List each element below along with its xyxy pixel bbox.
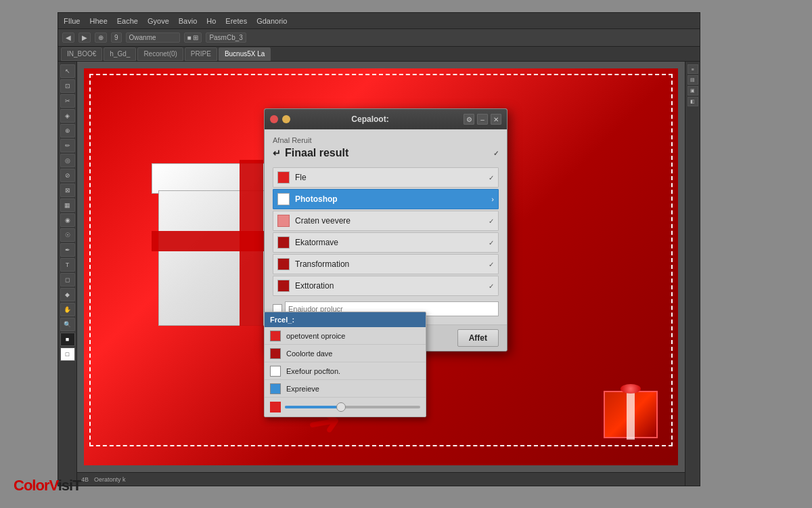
- menu-gdanorio[interactable]: Gdanorio: [256, 17, 287, 25]
- dialog-body: Afnal Reruit ↵ Finaal result ✓ Fle ✓ Pho…: [265, 129, 507, 324]
- exefour-label: Exefour pocfton.: [286, 367, 340, 375]
- tab-1[interactable]: IN_BOO€: [61, 47, 102, 61]
- tool-text[interactable]: T: [60, 258, 75, 272]
- opetovent-label: opetovent oproice: [286, 332, 345, 340]
- apply-button[interactable]: Affet: [457, 329, 499, 347]
- menu-eache[interactable]: Eache: [117, 17, 138, 25]
- craten-check: ✓: [489, 217, 494, 225]
- titlebar-controls: ⚙ – ✕: [464, 114, 501, 125]
- list-item-transformation[interactable]: Transformation ✓: [273, 254, 499, 274]
- tools-panel: ↖ ⊡ ✂ ◈ ⊕ ✏ ◎ ⊘ ⊠ ▦ ◉ ☉ ✒ T ◻ ◆ ✋ 🔍 ■ □: [58, 62, 77, 486]
- dialog-titlebar: Cepaloot: ⚙ – ✕: [265, 109, 507, 129]
- tool-crop[interactable]: ✂: [60, 94, 75, 108]
- canvas-layer: Oeratonty k: [94, 476, 126, 483]
- tool-eraser[interactable]: ⊠: [60, 184, 75, 197]
- right-btn-1[interactable]: ≡: [687, 64, 698, 74]
- slider-thumb[interactable]: [336, 402, 346, 412]
- exttoration-check: ✓: [489, 282, 494, 290]
- tool-heal[interactable]: ⊕: [60, 124, 75, 137]
- tool-path[interactable]: ◻: [60, 273, 75, 287]
- tab-4[interactable]: PRIPE: [185, 47, 217, 61]
- tool-gradient[interactable]: ▦: [60, 198, 75, 212]
- ekatormave-label: Ekatormave: [295, 238, 489, 247]
- toolbar-size[interactable]: ■ ⊞: [184, 33, 202, 43]
- toolbar-mode-select[interactable]: Owanme: [126, 33, 180, 43]
- tab-3[interactable]: Reconet(0): [137, 47, 183, 61]
- toolbar: ◀ ▶ ⊕ 9 Owanme ■ ⊞ PasmCb_3: [58, 29, 700, 47]
- tool-dodge[interactable]: ☉: [60, 228, 75, 242]
- craten-icon: [277, 215, 290, 227]
- colorte-label: Coolorte dave: [286, 350, 333, 358]
- tool-eyedrop[interactable]: ◈: [60, 109, 75, 123]
- dropdown-popup: Frcel_: opetovent oproice Coolorte dave …: [264, 312, 426, 417]
- slider-fill: [285, 406, 339, 408]
- menu-bar: FIlue Hhee Eache Gyove Bavio Ho Eretes G…: [58, 13, 700, 29]
- dialog-minimize-button[interactable]: –: [477, 114, 488, 125]
- tool-brush[interactable]: ✏: [60, 139, 75, 152]
- tool-hand[interactable]: ✋: [60, 303, 75, 316]
- list-item-craten[interactable]: Craten veevere ✓: [273, 211, 499, 231]
- toolbar-tool1[interactable]: ⊕: [95, 33, 107, 43]
- menu-file[interactable]: FIlue: [64, 17, 80, 25]
- tool-blur[interactable]: ◉: [60, 213, 75, 227]
- canvas-size: 4B: [81, 476, 89, 483]
- expreieve-label: Expreieve: [286, 385, 319, 393]
- tool-pen[interactable]: ✒: [60, 243, 75, 257]
- tool-select[interactable]: ↖: [60, 64, 75, 78]
- menu-bavio[interactable]: Bavio: [179, 17, 198, 25]
- logo-isit: isiT: [58, 477, 81, 494]
- tabs-bar: IN_BOO€ h_Gd_ Reconet(0) PRIPE Bucnus5X …: [58, 47, 700, 62]
- dialog-title: Cepaloot:: [294, 114, 446, 124]
- dropdown-item-opetovent[interactable]: opetovent oproice: [265, 327, 426, 345]
- expreieve-icon: [270, 383, 281, 394]
- menu-hhee[interactable]: Hhee: [89, 17, 107, 25]
- dialog-settings-icon[interactable]: ⚙: [464, 114, 474, 125]
- right-btn-3[interactable]: ▣: [687, 86, 698, 96]
- dropdown-item-colorte[interactable]: Coolorte dave: [265, 345, 426, 362]
- tool-zoom[interactable]: 🔍: [60, 318, 75, 331]
- slider-track[interactable]: [285, 406, 420, 408]
- colorte-icon: [270, 348, 281, 359]
- menu-eretes[interactable]: Eretes: [225, 17, 247, 25]
- tool-fg-color[interactable]: ■: [60, 333, 75, 346]
- ekatormave-icon: [277, 236, 290, 249]
- fle-label: Fle: [295, 173, 489, 182]
- right-btn-4[interactable]: ◧: [687, 97, 698, 106]
- heading-collapse-icon[interactable]: ✓: [493, 150, 499, 157]
- list-item-photoshop[interactable]: Photoshop ›: [273, 189, 499, 209]
- dropdown-item-exefour[interactable]: Exefour pocfton.: [265, 362, 426, 380]
- dialog-close-button[interactable]: ✕: [491, 114, 501, 125]
- toolbar-arrow[interactable]: ◀: [62, 33, 74, 43]
- colorvisit-logo: ColorVisiT: [14, 477, 81, 494]
- menu-ho[interactable]: Ho: [206, 17, 216, 25]
- dropdown-item-expreieve[interactable]: Expreieve: [265, 380, 426, 398]
- list-item-ekatormave[interactable]: Ekatormave ✓: [273, 232, 499, 253]
- photoshop-label: Photoshop: [295, 194, 491, 204]
- transformation-label: Transformation: [295, 259, 489, 269]
- dialog-heading: ↵ Finaal result ✓: [273, 147, 499, 159]
- tool-lasso[interactable]: ⊡: [60, 79, 75, 93]
- right-btn-2[interactable]: ▤: [687, 75, 698, 85]
- mini-ribbon: [627, 392, 635, 440]
- exttoration-icon: [277, 280, 290, 292]
- tool-3d[interactable]: ◆: [60, 288, 75, 301]
- titlebar-minimize-dot[interactable]: [282, 115, 290, 123]
- dialog-subtitle: Afnal Reruit: [273, 136, 499, 144]
- photoshop-arrow: ›: [491, 195, 494, 203]
- toolbar-file[interactable]: PasmCb_3: [206, 33, 246, 43]
- dialog-heading-text: Finaal result: [285, 147, 348, 159]
- tool-history[interactable]: ⊘: [60, 169, 75, 182]
- tab-2[interactable]: h_Gd_: [104, 47, 136, 61]
- tool-clone[interactable]: ◎: [60, 154, 75, 167]
- toolbar-tool2[interactable]: 9: [111, 33, 122, 43]
- tool-bg-color[interactable]: □: [60, 347, 75, 361]
- list-item-exttoration[interactable]: Exttoration ✓: [273, 276, 499, 296]
- exttoration-label: Exttoration: [295, 281, 489, 291]
- toolbar-fwd[interactable]: ▶: [78, 33, 91, 43]
- list-item-fle[interactable]: Fle ✓: [273, 167, 499, 188]
- titlebar-close-dot[interactable]: [270, 115, 278, 123]
- dropdown-header-label: Frcel_:: [270, 316, 294, 324]
- menu-gyove[interactable]: Gyove: [148, 17, 169, 25]
- craten-label: Craten veevere: [295, 216, 489, 226]
- tab-5[interactable]: Bucnus5X La: [219, 47, 271, 61]
